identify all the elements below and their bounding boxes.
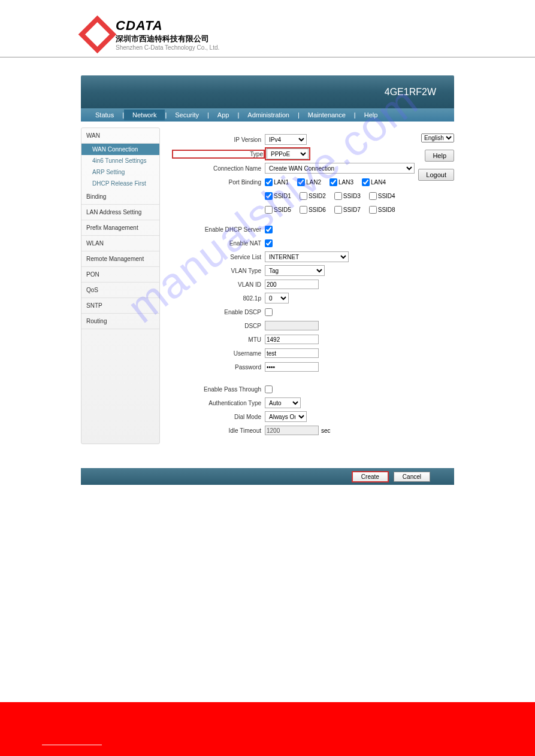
dscp-label: DSCP	[172, 323, 265, 329]
port-lan2[interactable]: LAN2	[297, 178, 321, 186]
mtu-label: MTU	[172, 336, 265, 343]
username-label: Username	[172, 350, 265, 357]
sidebar-section-wan[interactable]: WAN	[81, 128, 159, 144]
menu-status[interactable]: Status	[87, 110, 122, 120]
menu-maintenance[interactable]: Maintenance	[300, 110, 354, 120]
device-title: 4GE1RF2W	[385, 87, 436, 98]
dial-mode-label: Dial Mode	[172, 414, 265, 420]
vlan-type-label: VLAN Type	[172, 268, 265, 274]
sidebar-item-wan-connection[interactable]: WAN Connection	[81, 144, 159, 155]
sidebar-section-qos[interactable]: QoS	[81, 283, 159, 298]
username-input[interactable]	[265, 348, 319, 358]
enable-dhcp-checkbox[interactable]	[265, 226, 273, 233]
port-ssid6-checkbox[interactable]	[300, 206, 307, 214]
port-ssid5[interactable]: SSID5	[265, 206, 291, 214]
logo-text: CDATA 深圳市西迪特科技有限公司 Shenzhen C-Data Techn…	[116, 18, 219, 51]
logo-icon	[78, 16, 117, 54]
side-actions: English Help Logout	[418, 133, 454, 181]
port-lan1-checkbox[interactable]	[265, 178, 273, 186]
help-button[interactable]: Help	[425, 150, 454, 162]
dial-mode-select[interactable]: Always Or	[265, 411, 307, 422]
logo-brand: CDATA	[116, 18, 219, 34]
vlan-type-select[interactable]: Tag	[265, 265, 325, 276]
pass-through-checkbox[interactable]	[265, 385, 273, 393]
enable-dscp-label: Enable DSCP	[172, 309, 265, 315]
sidebar-item-arp[interactable]: ARP Setting	[81, 166, 159, 178]
cancel-button[interactable]: Cancel	[394, 472, 430, 482]
sidebar-item-dhcp-release[interactable]: DHCP Release First	[81, 178, 159, 189]
port-ssid8[interactable]: SSID8	[369, 206, 395, 214]
footer-bar: Create Cancel	[81, 468, 454, 485]
menu-network[interactable]: Network	[124, 110, 165, 120]
port-ssid3-checkbox[interactable]	[334, 192, 342, 200]
idle-timeout-input	[265, 426, 319, 435]
port-lan4-checkbox[interactable]	[362, 178, 370, 186]
mtu-input[interactable]	[265, 335, 319, 344]
main-menu: Status | Network | Security | App | Admi…	[81, 108, 454, 122]
dscp-input	[265, 321, 319, 330]
logo-header: CDATA 深圳市西迪特科技有限公司 Shenzhen C-Data Techn…	[0, 0, 535, 57]
enable-dhcp-label: Enable DHCP Server	[172, 226, 265, 233]
ip-version-select[interactable]: IPv4	[265, 134, 307, 145]
menu-app[interactable]: App	[209, 110, 238, 120]
port-ssid7-checkbox[interactable]	[334, 206, 342, 214]
password-input[interactable]	[265, 362, 319, 372]
ip-version-label: IP Version	[172, 136, 265, 143]
sidebar-section-remote[interactable]: Remote Management	[81, 251, 159, 267]
port-ssid2-checkbox[interactable]	[300, 192, 307, 200]
auth-type-label: Authentication Type	[172, 400, 265, 406]
port-ssid4-checkbox[interactable]	[369, 192, 377, 200]
enable-nat-label: Enable NAT	[172, 240, 265, 247]
port-lan2-checkbox[interactable]	[297, 178, 305, 186]
enable-nat-checkbox[interactable]	[265, 239, 273, 247]
auth-type-select[interactable]: Auto	[265, 397, 301, 408]
create-button[interactable]: Create	[352, 471, 389, 482]
sidebar-section-prefix[interactable]: Prefix Management	[81, 220, 159, 236]
port-ssid4[interactable]: SSID4	[369, 192, 395, 200]
connection-name-select[interactable]: Create WAN Connection	[265, 163, 415, 174]
port-lan3[interactable]: LAN3	[330, 178, 353, 186]
title-bar: 4GE1RF2W	[81, 75, 454, 108]
sidebar: WAN WAN Connection 4in6 Tunnel Settings …	[81, 127, 160, 444]
password-label: Password	[172, 364, 265, 371]
port-ssid1[interactable]: SSID1	[265, 192, 291, 200]
port-lan4[interactable]: LAN4	[362, 178, 386, 186]
port-ssid5-checkbox[interactable]	[265, 206, 273, 214]
port-ssid1-checkbox[interactable]	[265, 192, 273, 200]
logout-button[interactable]: Logout	[418, 169, 454, 181]
port-ssid8-checkbox[interactable]	[369, 206, 377, 214]
port-ssid6[interactable]: SSID6	[300, 206, 326, 214]
8021p-select[interactable]: 0	[265, 293, 289, 303]
menu-administration[interactable]: Administration	[239, 110, 298, 120]
logo-chinese: 深圳市西迪特科技有限公司	[116, 34, 219, 44]
form-panel: English Help Logout IP Version IPv4 Type…	[160, 127, 454, 444]
sidebar-section-sntp[interactable]: SNTP	[81, 298, 159, 314]
sidebar-section-routing[interactable]: Routing	[81, 314, 159, 329]
port-ssid7[interactable]: SSID7	[334, 206, 361, 214]
8021p-label: 802.1p	[172, 295, 265, 302]
sidebar-section-binding[interactable]: Binding	[81, 189, 159, 205]
port-binding-label: Port Binding	[172, 179, 265, 186]
type-select[interactable]: PPPoE	[267, 148, 309, 159]
menu-help[interactable]: Help	[356, 110, 386, 120]
type-label: Type	[172, 150, 265, 159]
service-list-select[interactable]: INTERNET	[265, 251, 349, 262]
menu-security[interactable]: Security	[167, 110, 207, 120]
port-lan1[interactable]: LAN1	[265, 178, 289, 186]
port-lan3-checkbox[interactable]	[330, 178, 337, 186]
enable-dscp-checkbox[interactable]	[265, 308, 273, 316]
idle-timeout-unit: sec	[321, 427, 331, 434]
sidebar-section-pon[interactable]: PON	[81, 267, 159, 283]
vlan-id-label: VLAN ID	[172, 281, 265, 288]
vlan-id-input[interactable]	[265, 280, 319, 289]
pass-through-label: Enable Pass Through	[172, 386, 265, 393]
logo-english: Shenzhen C-Data Technology Co., Ltd.	[116, 44, 219, 51]
language-select[interactable]: English	[421, 133, 454, 142]
sidebar-item-4in6[interactable]: 4in6 Tunnel Settings	[81, 155, 159, 166]
port-ssid3[interactable]: SSID3	[334, 192, 361, 200]
idle-timeout-label: Idle Timeout	[172, 427, 265, 434]
sidebar-section-lan[interactable]: LAN Address Setting	[81, 205, 159, 220]
port-ssid2[interactable]: SSID2	[300, 192, 326, 200]
sidebar-section-wlan[interactable]: WLAN	[81, 236, 159, 251]
connection-name-label: Connection Name	[172, 165, 265, 172]
